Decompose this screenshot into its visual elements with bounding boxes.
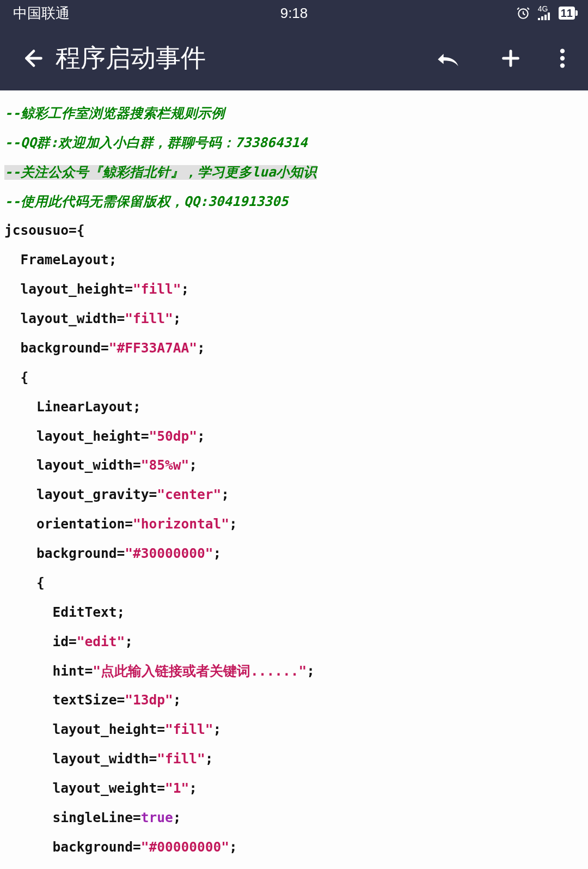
code-line: textSize="13dp"; bbox=[4, 693, 588, 708]
svg-point-6 bbox=[560, 56, 565, 60]
undo-icon bbox=[434, 47, 462, 69]
code-line: layout_width="fill"; bbox=[4, 312, 588, 326]
code-line: layout_width="fill"; bbox=[4, 752, 588, 767]
network-icon: 4G bbox=[538, 5, 551, 21]
carrier-label: 中国联通 bbox=[13, 4, 200, 23]
add-button[interactable] bbox=[500, 47, 522, 69]
code-line: LinearLayout; bbox=[4, 400, 588, 415]
code-line: { bbox=[4, 370, 588, 385]
code-line: { bbox=[4, 576, 588, 591]
cursor-line: --关注公众号『鲸彩指北针』，学习更多lua小知识 bbox=[4, 165, 317, 180]
app-bar: 程序启动事件 bbox=[0, 26, 588, 90]
code-line: hint="点此输入链接或者关键词......"; bbox=[4, 664, 588, 679]
code-line: FrameLayout; bbox=[4, 253, 588, 268]
back-button[interactable] bbox=[19, 46, 49, 71]
more-button[interactable] bbox=[560, 47, 565, 69]
comment-line: --QQ群:欢迎加入小白群，群聊号码：733864314 bbox=[4, 135, 308, 150]
svg-rect-1 bbox=[538, 18, 540, 20]
arrow-left-icon bbox=[21, 46, 46, 71]
code-line: background="#FF33A7AA"; bbox=[4, 341, 588, 356]
code-line: orientation="horizontal"; bbox=[4, 517, 588, 532]
alarm-icon bbox=[516, 6, 530, 20]
comment-line: --鲸彩工作室浏览器搜索栏规则示例 bbox=[4, 105, 225, 121]
comment-line: --使用此代码无需保留版权，QQ:3041913305 bbox=[4, 193, 288, 209]
svg-point-5 bbox=[560, 49, 565, 53]
code-line: layout_height="fill"; bbox=[4, 722, 588, 737]
undo-button[interactable] bbox=[434, 47, 462, 69]
svg-rect-3 bbox=[544, 15, 547, 20]
page-title: 程序启动事件 bbox=[56, 41, 434, 75]
code-line: background="#30000000"; bbox=[4, 546, 588, 561]
code-line: id="edit"; bbox=[4, 635, 588, 649]
code-line: singleLine=true; bbox=[4, 811, 588, 825]
code-line: layout_height="fill"; bbox=[4, 282, 588, 297]
more-vert-icon bbox=[560, 47, 565, 69]
battery-indicator: 11 bbox=[559, 7, 575, 20]
code-line: layout_height="50dp"; bbox=[4, 429, 588, 444]
svg-point-7 bbox=[560, 63, 565, 68]
code-line: layout_width="85%w"; bbox=[4, 458, 588, 473]
code-line: layout_weight="1"; bbox=[4, 781, 588, 796]
code-editor[interactable]: --鲸彩工作室浏览器搜索栏规则示例 --QQ群:欢迎加入小白群，群聊号码：733… bbox=[0, 90, 588, 869]
clock: 9:18 bbox=[200, 5, 388, 22]
svg-rect-4 bbox=[548, 13, 550, 20]
svg-rect-2 bbox=[541, 16, 543, 20]
code-line: background="#00000000"; bbox=[4, 840, 588, 855]
code-line: EditText; bbox=[4, 605, 588, 620]
plus-icon bbox=[500, 47, 522, 69]
status-bar: 中国联通 9:18 4G 11 bbox=[0, 0, 588, 26]
code-line: layout_gravity="center"; bbox=[4, 488, 588, 502]
code-line: jcsousuo={ bbox=[4, 223, 588, 238]
